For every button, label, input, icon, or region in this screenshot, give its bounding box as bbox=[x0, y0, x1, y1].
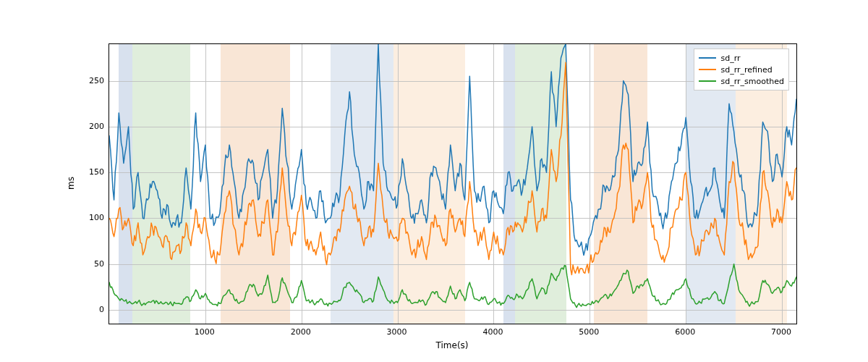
series-sd_rr_smoothed bbox=[109, 264, 796, 308]
legend-label-1: sd_rr_refined bbox=[720, 65, 772, 75]
legend-swatch-sd-rr bbox=[699, 57, 716, 59]
y-tick-label: 100 bbox=[84, 213, 104, 222]
legend-swatch-sd-rr-smoothed bbox=[699, 80, 716, 82]
x-tick-label: 3000 bbox=[387, 327, 407, 337]
x-tick-label: 2000 bbox=[291, 327, 311, 337]
x-tick-label: 5000 bbox=[579, 327, 599, 337]
y-tick-label: 250 bbox=[84, 75, 104, 85]
y-tick-label: 0 bbox=[84, 305, 104, 314]
x-tick-label: 7000 bbox=[771, 327, 791, 337]
y-tick-label: 200 bbox=[84, 121, 104, 130]
x-axis-label: Time(s) bbox=[436, 340, 469, 350]
legend-swatch-sd-rr-refined bbox=[699, 69, 716, 70]
x-tick-label: 4000 bbox=[482, 327, 503, 337]
legend: sd_rr sd_rr_refined sd_rr_smoothed bbox=[694, 49, 789, 90]
legend-label-0: sd_rr bbox=[720, 54, 740, 63]
x-tick-label: 6000 bbox=[675, 327, 695, 337]
y-tick-label: 150 bbox=[84, 167, 104, 177]
legend-item-sd-rr-refined: sd_rr_refined bbox=[699, 64, 784, 75]
y-tick-label: 50 bbox=[84, 258, 104, 268]
x-tick-label: 1000 bbox=[195, 327, 215, 337]
legend-item-sd-rr: sd_rr bbox=[699, 52, 784, 64]
y-axis-label: ms bbox=[66, 177, 76, 190]
legend-item-sd-rr-smoothed: sd_rr_smoothed bbox=[699, 75, 784, 87]
legend-label-2: sd_rr_smoothed bbox=[720, 77, 784, 86]
plot-area: sd_rr sd_rr_refined sd_rr_smoothed bbox=[109, 43, 797, 324]
